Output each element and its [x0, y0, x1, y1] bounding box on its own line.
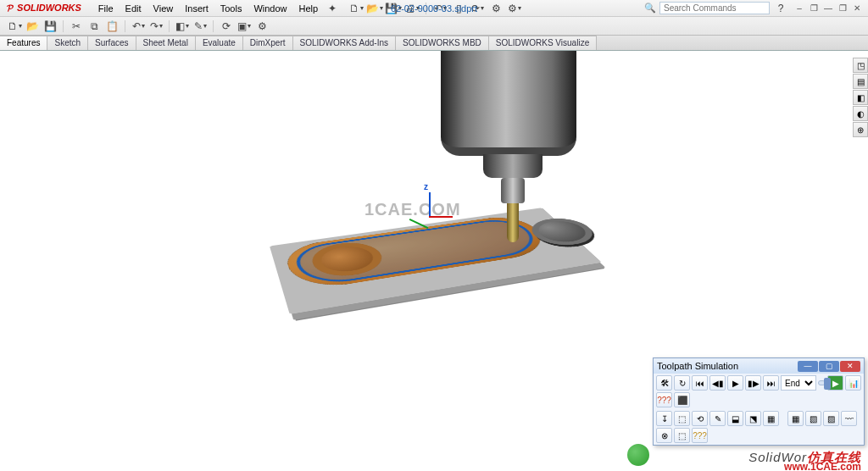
title-bar: SOLIDWORKS File Edit View Insert Tools W… — [0, 0, 868, 17]
taskpane-resources-icon[interactable]: ◳ — [853, 58, 868, 73]
cut-button[interactable]: ✂ — [69, 19, 84, 33]
paste-button[interactable]: 📋 — [104, 19, 120, 33]
sim-minimize-button[interactable]: — — [798, 361, 818, 372]
taskpane-appearances-icon[interactable]: ⊕ — [853, 122, 868, 137]
tab-mbd[interactable]: SOLIDWORKS MBD — [396, 36, 489, 50]
new2-button[interactable]: 🗋 — [7, 19, 22, 33]
sim-stats-button[interactable]: 📊 — [845, 375, 861, 391]
sim-play-button[interactable]: ▶ — [727, 375, 743, 391]
appearance-button[interactable]: ◧ — [175, 19, 190, 33]
menu-window[interactable]: Window — [248, 2, 292, 15]
tab-visualize[interactable]: SOLIDWORKS Visualize — [489, 36, 597, 50]
undo2-button[interactable]: ↶ — [131, 19, 146, 33]
axis-z — [429, 192, 431, 216]
sim-dialog-title-bar[interactable]: Toolpath Simulation — ▢ ✕ — [654, 358, 864, 374]
open2-button[interactable]: 📂 — [25, 19, 40, 33]
tab-surfaces[interactable]: Surfaces — [88, 36, 136, 50]
fixture-plate — [270, 208, 602, 314]
sim-display-1-button[interactable]: ▦ — [787, 411, 804, 426]
sim-rewind-button[interactable]: ⏮ — [692, 375, 708, 391]
sim-mode-3-button[interactable]: ⟲ — [692, 411, 708, 426]
sim-ffwd-button[interactable]: ⏭ — [763, 375, 779, 391]
menu-view[interactable]: View — [148, 2, 179, 15]
sim-loop-button[interactable]: ↻ — [674, 375, 690, 391]
document-name: 62-02-9000-03.sldprt — [391, 3, 477, 14]
redo2-button[interactable]: ↷ — [148, 19, 164, 33]
sep — [213, 20, 214, 32]
sim-display-row: ↧ ⬚ ⟲ ✎ ⬓ ⬔ ▦ ▦ ▧ ▨ 〰 ⊗ ⬚ ??? — [654, 409, 864, 445]
sim-close-button[interactable]: ✕ — [840, 361, 860, 372]
search-input[interactable] — [659, 2, 770, 14]
tab-addins[interactable]: SOLIDWORKS Add-Ins — [293, 36, 396, 50]
child-restore-button[interactable]: ❐ — [808, 3, 820, 13]
sim-playback-row: 🛠 ↻ ⏮ ◀▮ ▶ ▮▶ ⏭ End ▶ 📊 ??? ⬛ — [654, 374, 864, 409]
cnc-spindle — [441, 51, 585, 198]
minimize-button[interactable]: — — [822, 3, 834, 13]
sim-path-button[interactable]: 〰 — [841, 411, 857, 426]
sim-mode-4-button[interactable]: ✎ — [709, 411, 726, 426]
menu-help[interactable]: Help — [294, 2, 324, 15]
menu-pin-icon[interactable]: ✦ — [325, 2, 340, 15]
toolpath-simulation-dialog[interactable]: Toolpath Simulation — ▢ ✕ 🛠 ↻ ⏮ ◀▮ ▶ ▮▶ … — [653, 357, 865, 446]
taskpane-view-icon[interactable]: ◐ — [853, 106, 868, 121]
axis-z-label: z — [424, 182, 428, 191]
help-icon[interactable]: ? — [773, 2, 788, 15]
sketch-button[interactable]: ✎ — [192, 19, 208, 33]
spindle-body — [441, 51, 576, 156]
sim-tool-button[interactable]: 🛠 — [656, 375, 672, 391]
tab-sheet-metal[interactable]: Sheet Metal — [136, 36, 196, 50]
menu-edit[interactable]: Edit — [120, 2, 147, 15]
menu-tools[interactable]: Tools — [215, 2, 248, 15]
new-doc-button[interactable]: 🗋 — [348, 2, 364, 15]
menu-file[interactable]: File — [93, 2, 119, 15]
rebuild2-button[interactable]: ⟳ — [219, 19, 234, 33]
app-logo: SOLIDWORKS — [0, 3, 88, 14]
gear-icon[interactable]: ⚙ — [488, 2, 504, 15]
restore-button[interactable]: ❐ — [837, 3, 849, 13]
tab-evaluate[interactable]: Evaluate — [196, 36, 243, 50]
tab-sketch[interactable]: Sketch — [47, 36, 88, 50]
sim-slider-thumb[interactable] — [824, 378, 831, 390]
scene-button[interactable]: ▣ — [236, 19, 252, 33]
open-doc-button[interactable]: 📂 — [367, 2, 382, 15]
command-manager-tabs: Features Sketch Surfaces Sheet Metal Eva… — [0, 36, 868, 51]
taskpane-explorer-icon[interactable]: ◧ — [853, 90, 868, 105]
child-minimize-button[interactable]: – — [793, 3, 805, 13]
sim-help-button[interactable]: ??? — [656, 392, 672, 407]
spindle-taper — [483, 154, 542, 178]
taskpane-library-icon[interactable]: ▤ — [853, 74, 868, 89]
footer-url: www.1CAE.com — [784, 461, 861, 471]
sim-mode-2-button[interactable]: ⬚ — [674, 411, 690, 426]
save2-button[interactable]: 💾 — [42, 19, 58, 33]
axis-x — [429, 216, 453, 218]
tab-dimxpert[interactable]: DimXpert — [243, 36, 293, 50]
chat-badge-icon — [626, 442, 651, 468]
cutting-tool — [507, 203, 519, 242]
graphics-viewport[interactable]: ◳ ▤ ◧ ◐ ⊕ 1CAE.COM z Toolpath Simulation… — [0, 51, 868, 471]
sim-warn-button[interactable]: ??? — [692, 428, 708, 443]
sim-progress-slider[interactable] — [818, 380, 826, 385]
sim-step-fwd-button[interactable]: ▮▶ — [745, 375, 761, 391]
sim-position-select[interactable]: End — [781, 375, 816, 391]
options2-button[interactable]: ⚙ — [254, 19, 270, 33]
sim-mode-1-button[interactable]: ↧ — [656, 411, 672, 426]
sim-step-back-button[interactable]: ◀▮ — [709, 375, 726, 391]
menu-insert[interactable]: Insert — [180, 2, 214, 15]
brand-prefix: SOLID — [17, 3, 46, 13]
sim-stop-button[interactable]: ⬛ — [674, 392, 690, 407]
sim-maximize-button[interactable]: ▢ — [819, 361, 839, 372]
close-button[interactable]: ✕ — [851, 3, 863, 13]
task-pane: ◳ ▤ ◧ ◐ ⊕ — [853, 58, 868, 137]
tab-features[interactable]: Features — [0, 36, 47, 50]
options-button[interactable]: ⚙ — [507, 2, 522, 15]
main-menu: File Edit View Insert Tools Window Help … — [93, 2, 340, 15]
sim-collision-button[interactable]: ⊗ — [656, 428, 672, 443]
copy-button[interactable]: ⧉ — [86, 19, 102, 33]
sim-view-button[interactable]: ⬚ — [674, 428, 690, 443]
sim-mode-5-button[interactable]: ⬓ — [727, 411, 743, 426]
sim-display-3-button[interactable]: ▨ — [823, 411, 839, 426]
brand-suffix: WORKS — [46, 3, 81, 13]
sim-mode-6-button[interactable]: ⬔ — [745, 411, 761, 426]
sim-display-2-button[interactable]: ▧ — [805, 411, 821, 426]
sim-mode-7-button[interactable]: ▦ — [763, 411, 779, 426]
